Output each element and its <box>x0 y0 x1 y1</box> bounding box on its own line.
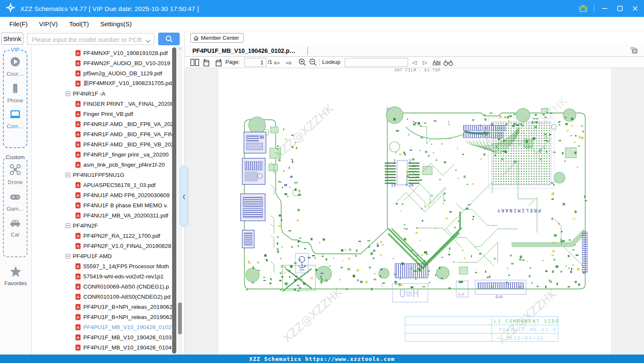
svg-text:A: A <box>77 82 79 86</box>
tree-item-pdf[interactable]: A新PF4MNXF_V10_1908231705.pd <box>32 78 185 88</box>
tree-item-folder[interactable]: PF4PU1F AMD <box>32 251 185 261</box>
page-input[interactable] <box>244 58 266 67</box>
maximize-button[interactable] <box>615 4 625 13</box>
tree-item-pdf[interactable]: APF4PU1F_B+NPI_releas_2019062 <box>32 302 185 312</box>
sidebar-item-gam[interactable]: Gam… <box>6 191 24 212</box>
shrink-button[interactable]: Shrink <box>1 33 23 45</box>
svg-text:2: 2 <box>408 159 411 164</box>
prev-page-icon[interactable]: ⇦ <box>274 58 280 67</box>
tree-item-pdf[interactable]: APF4NU1F B phase EMI MEMO v. <box>32 200 185 210</box>
vip-briefcase-icon[interactable] <box>578 4 588 13</box>
tree-item-label: PF4NU1F_MB_VA_20200311.pdf <box>83 212 168 219</box>
svg-text:A: A <box>77 325 79 330</box>
pdf-icon: A <box>75 243 81 249</box>
tree-item-pdf[interactable]: APF4PN2F_V1.0_FINAL_20190828 <box>32 241 185 251</box>
pcb-drawing[interactable]: 1 2 19 20 <box>219 68 611 355</box>
member-center-button[interactable]: Member Center <box>190 33 244 43</box>
minimize-button[interactable] <box>600 4 609 13</box>
tree-item-pdf[interactable]: ACONR010069-A8S0 (CNDEG1).p <box>32 281 185 292</box>
collapse-icon[interactable] <box>66 254 70 258</box>
close-button[interactable] <box>630 4 640 13</box>
tree-item-pdf[interactable]: ACONR010109-A8S0(CNDEG2).pd <box>32 292 185 302</box>
svg-text:A: A <box>77 102 79 106</box>
collapse-icon[interactable] <box>66 173 70 177</box>
tree-item-pdf[interactable]: Aasm_link_pcb_finger_pf4nr1f-20 <box>32 160 185 170</box>
tree-item-label: 55597_1_14(FP5 Processor Moth <box>83 263 169 270</box>
sidebar-item-cour[interactable]: Cour… <box>6 56 24 77</box>
svg-text:19: 19 <box>391 183 396 187</box>
pdf-icon: A <box>75 294 81 300</box>
tree-item-pdf[interactable]: APF4WN2F_AUDIO_BD_V10-2019 <box>32 58 185 68</box>
sidebar-item-favorites[interactable]: Favorites <box>0 266 31 286</box>
tree-item-pdf[interactable]: AAPUASPEC56178_1_03.pdf <box>32 180 185 190</box>
lookup-label: Lookup <box>322 59 340 65</box>
tree-item-label: 575419-whl-eds-vol2of2-rev1p1 <box>83 273 164 280</box>
tree-item-pdf[interactable]: APF4PN2F_RA_1122_1700.pdf <box>32 231 185 241</box>
tree-item-pdf[interactable]: AFinger Print_VB.pdf <box>32 109 185 119</box>
menu-item-settings[interactable]: Settings(S) <box>98 19 134 28</box>
tree-item-label: pf5wn2g_AUDIO_DB_1129.pdf <box>83 70 162 77</box>
pdf-icon: A <box>75 131 81 138</box>
tree-item-pdf[interactable]: APF4NR1F_finger print _va_20200 <box>32 149 185 160</box>
two-page-view-icon[interactable] <box>190 58 199 67</box>
binoculars-icon[interactable] <box>443 58 453 67</box>
close-document-button[interactable] <box>630 47 638 56</box>
zoom-in-icon[interactable] <box>298 58 307 67</box>
search-button[interactable] <box>158 33 180 45</box>
tab-document[interactable]: PF4PU1F_MB_V10_190426_0102.p… <box>192 45 296 56</box>
tree-item-pdf[interactable]: APF4NR1F AMD _BID_FP6_VB_202 <box>32 139 185 149</box>
sidebar-item-drone[interactable]: Drone <box>8 163 22 185</box>
tree-item-pdf[interactable]: APF4PU1F_MB_V10_190426_0103 <box>32 332 185 342</box>
abi-text-button[interactable]: Abi <box>433 58 441 67</box>
tree-scrollbar-thumb[interactable] <box>178 302 182 334</box>
zoom-out-icon[interactable] <box>309 58 318 67</box>
tree-item-pdf[interactable]: APF4MNXF_V10_1908191028.pdf <box>32 48 185 58</box>
tree-item-pdf[interactable]: A575419-whl-eds-vol2of2-rev1p1 <box>32 271 185 281</box>
search-input[interactable] <box>31 34 143 45</box>
svg-text:A: A <box>77 122 79 126</box>
pdf-icon: A <box>75 202 81 209</box>
tree-item-pdf[interactable]: APF4NU1F_MB_VA_20200311.pdf <box>32 210 185 220</box>
pcb-viewer[interactable]: ART FILM - 01-TOP <box>185 68 644 355</box>
tree-scrollbar[interactable] <box>172 47 176 354</box>
tree-item-pdf[interactable]: Apf5wn2g_AUDIO_DB_1129.pdf <box>32 68 185 78</box>
tree-item-folder[interactable]: PF4NR1F -A <box>32 88 185 99</box>
tree-item-label: PF4PN2F <box>73 223 98 229</box>
tree-item-pdf[interactable]: A55597_1_14(FP5 Processor Moth <box>32 261 185 271</box>
panel-collapse-handle[interactable]: ❮ <box>180 166 188 227</box>
tree-item-folder[interactable]: PF4NU1FPF5NU1G <box>32 170 185 180</box>
collapse-icon[interactable] <box>66 223 70 228</box>
pdf-icon: A <box>75 192 81 198</box>
star-icon <box>9 266 22 278</box>
next-result-icon[interactable]: ▷ <box>423 58 427 67</box>
tree-item-label: FINGER PRINT _VA_FINAL_20200 <box>83 101 174 107</box>
tree-item-pdf[interactable]: APF4PU1F_B+NPI_releas_2019062 <box>32 312 185 322</box>
next-page-icon[interactable]: ⇨ <box>286 58 292 67</box>
tree-item-pdf[interactable]: APF4NR1F AMD _BID_FP6_VA_202 <box>32 119 185 129</box>
svg-text:O=H: O=H <box>496 295 502 299</box>
pdf-icon: A <box>75 212 81 219</box>
rotate-left-icon[interactable] <box>202 58 211 67</box>
chevron-down-icon[interactable] <box>145 37 151 45</box>
collapse-icon[interactable] <box>66 91 70 96</box>
menu-item-file[interactable]: File(F) <box>7 19 30 28</box>
sidebar-item-car[interactable]: Car <box>9 217 22 238</box>
tree-item-folder[interactable]: PF4PN2F <box>32 220 185 231</box>
lookup-input[interactable] <box>345 58 408 67</box>
scroll-up-icon[interactable]: ⌃ <box>177 47 183 52</box>
tree-item-label: PF4PN2F_RA_1122_1700.pdf <box>83 233 160 239</box>
svg-text:A: A <box>77 72 79 76</box>
tree-item-label: PF4PU1F AMD <box>73 253 112 259</box>
tree-item-pdf[interactable]: APF4PU1F_MB_V10_190426_0102 <box>32 322 185 332</box>
sidebar-item-com[interactable]: Com… <box>7 109 24 129</box>
menu-item-tool[interactable]: Tool(T) <box>67 19 92 28</box>
rotate-right-icon[interactable] <box>214 58 223 67</box>
tree-item-pdf[interactable]: AFINGER PRINT _VA_FINAL_20200 <box>32 99 185 109</box>
menu-item-vip[interactable]: VIP(V) <box>36 19 60 28</box>
prev-result-icon[interactable]: ◁ <box>412 58 417 67</box>
sidebar-item-phone[interactable]: Phone <box>7 82 23 104</box>
tree-item-pdf[interactable]: APF4NU1F AMD FP6_2020030609 <box>32 190 185 200</box>
drone-icon <box>9 163 22 178</box>
tree-item-pdf[interactable]: APF4NR1F AMD _BID_FP6_VA_FIN <box>32 129 185 139</box>
tree-item-pdf[interactable]: APF4PU1F_MB_V10_190426_0104 <box>32 342 185 352</box>
